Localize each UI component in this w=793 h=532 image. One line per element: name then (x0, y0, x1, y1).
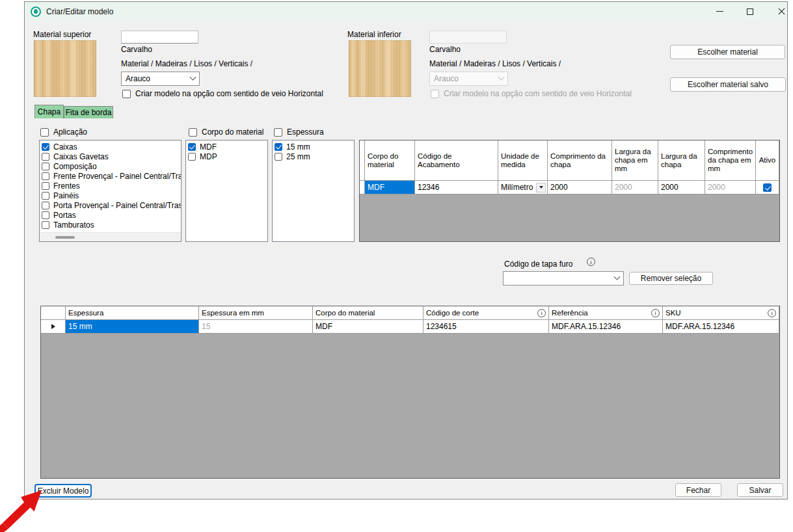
material-superior-name: Carvalho (121, 45, 152, 54)
annotation-arrow-icon (0, 483, 60, 532)
list-item[interactable]: Frentes (42, 181, 181, 191)
item-label: Caixas Gavetas (53, 152, 109, 161)
material-inferior-swatch[interactable] (349, 40, 411, 97)
save-button[interactable]: Salvar (737, 483, 783, 497)
chevron-down-icon (498, 73, 505, 80)
app-icon (31, 7, 41, 17)
maximize-button[interactable] (739, 4, 761, 19)
tapa-furo-select[interactable] (503, 271, 624, 286)
col-header[interactable]: Código de corte (423, 306, 549, 320)
veio-horizontal-superior-checkbox[interactable] (122, 90, 131, 98)
material-inferior-name: Carvalho (429, 45, 461, 54)
row-header-cell[interactable] (360, 181, 365, 194)
info-icon[interactable] (587, 258, 595, 266)
item-checkbox[interactable] (42, 172, 49, 180)
choose-material-button[interactable]: Escolher material (670, 45, 785, 59)
cell-unidade-combo[interactable]: Milímetro (498, 181, 548, 194)
list-item[interactable]: Porta Provençal - Painel Central/Traseir… (42, 200, 181, 210)
cell-espessura[interactable]: 15 mm (66, 320, 199, 334)
item-checkbox[interactable] (275, 143, 282, 151)
material-superior-swatch[interactable] (34, 40, 96, 97)
espessura-list: 15 mm 25 mm (272, 140, 355, 242)
tab-fita-de-borda[interactable]: Fita de borda (64, 106, 113, 118)
item-checkbox[interactable] (42, 202, 49, 209)
cell-sku[interactable]: MDF.ARA.15.12346 (663, 320, 779, 334)
aplicacao-group-label: Aplicação (53, 127, 87, 137)
aplicacao-select-all-checkbox[interactable] (40, 128, 49, 137)
list-item[interactable]: MDP (188, 152, 267, 161)
corpo-group-label: Corpo do material (202, 127, 263, 137)
list-item[interactable]: Composição (42, 161, 181, 171)
unidade-value: Milímetro (501, 183, 533, 192)
item-checkbox[interactable] (188, 143, 196, 151)
material-superior-name-input[interactable] (121, 31, 198, 44)
list-item[interactable]: Painéis (42, 191, 181, 200)
maximize-icon (747, 8, 753, 15)
choose-saved-material-button[interactable]: Escolher material salvo (670, 77, 786, 92)
list-item[interactable]: Tamburatos (42, 220, 181, 230)
remove-selection-button[interactable]: Remover seleção (629, 272, 713, 285)
cell-codigo-corte[interactable]: 1234615 (423, 320, 549, 334)
espessura-select-all-checkbox[interactable] (274, 128, 282, 137)
cell-referencia[interactable]: MDF.ARA.15.12346 (549, 320, 663, 334)
window-title: Criar/Editar modelo (46, 7, 113, 16)
scrollbar-thumb[interactable] (55, 236, 75, 239)
info-icon[interactable] (537, 309, 546, 317)
col-header[interactable]: Comprimento da chapa em mm (705, 140, 756, 181)
horizontal-scrollbar[interactable] (40, 232, 181, 241)
close-icon (778, 8, 785, 15)
item-checkbox[interactable] (42, 143, 49, 151)
item-checkbox[interactable] (42, 163, 49, 170)
col-header[interactable]: Espessura em mm (199, 306, 313, 320)
item-label: 15 mm (286, 142, 310, 152)
item-checkbox[interactable] (42, 153, 49, 161)
current-row-indicator[interactable] (41, 320, 66, 334)
col-header[interactable]: Ativo (756, 140, 779, 181)
list-item[interactable]: Frente Provençal - Painel Central/Trasei… (42, 171, 181, 181)
col-header[interactable]: Comprimento da chapa (548, 140, 612, 181)
material-superior-label: Material superior (33, 30, 91, 39)
info-icon[interactable] (651, 309, 660, 317)
cell-corpo[interactable]: MDF (365, 181, 415, 194)
list-item[interactable]: MDF (188, 142, 267, 152)
item-checkbox[interactable] (42, 221, 49, 229)
cell-corpo[interactable]: MDF (313, 320, 423, 334)
col-header[interactable]: SKU (663, 306, 779, 320)
item-checkbox[interactable] (42, 211, 49, 219)
cell-comprimento[interactable]: 2000 (548, 181, 612, 194)
item-checkbox[interactable] (42, 182, 49, 190)
tab-chapa[interactable]: Chapa (34, 105, 64, 118)
col-header[interactable]: Corpo do material (365, 140, 415, 181)
item-label: Painéis (53, 191, 79, 200)
col-header[interactable]: Corpo do material (313, 306, 423, 320)
info-icon[interactable] (768, 309, 776, 317)
veio-horizontal-inferior-label: Criar modelo na opção com sentido de vei… (444, 89, 632, 98)
minimize-icon (716, 11, 723, 12)
cell-codigo-acabamento[interactable]: 12346 (415, 181, 498, 194)
col-header[interactable]: Código de Acabamento (415, 140, 498, 181)
corpo-select-all-checkbox[interactable] (189, 128, 197, 137)
close-button[interactable] (770, 4, 792, 19)
col-header[interactable]: Referência (549, 306, 663, 320)
ativo-checkbox[interactable] (763, 183, 772, 192)
corpo-list: MDF MDP (185, 140, 268, 242)
list-item[interactable]: Portas (42, 210, 181, 220)
item-checkbox[interactable] (42, 192, 49, 200)
item-checkbox[interactable] (188, 153, 196, 161)
minimize-button[interactable] (708, 4, 731, 19)
col-header[interactable]: Largura da chapa em mm (612, 140, 658, 181)
list-item[interactable]: Caixas (42, 142, 181, 152)
material-superior-breadcrumb: Material / Madeiras / Lisos / Verticais … (121, 59, 252, 68)
list-item[interactable]: 25 mm (275, 152, 354, 161)
cell-largura[interactable]: 2000 (658, 181, 705, 194)
material-superior-brand-select[interactable]: Arauco (121, 72, 200, 86)
col-header[interactable]: Unidade de medida (498, 140, 548, 181)
close-dialog-button[interactable]: Fechar (675, 483, 721, 497)
table-row: MDF 12346 Milímetro 2000 2000 2000 2000 (360, 181, 779, 194)
list-item[interactable]: 15 mm (275, 142, 354, 152)
col-header[interactable]: Espessura (66, 306, 199, 320)
list-item[interactable]: Caixas Gavetas (42, 152, 181, 161)
col-header[interactable]: Largura da chapa (658, 140, 705, 181)
item-checkbox[interactable] (275, 153, 282, 161)
combo-dropdown-button[interactable] (536, 183, 546, 193)
